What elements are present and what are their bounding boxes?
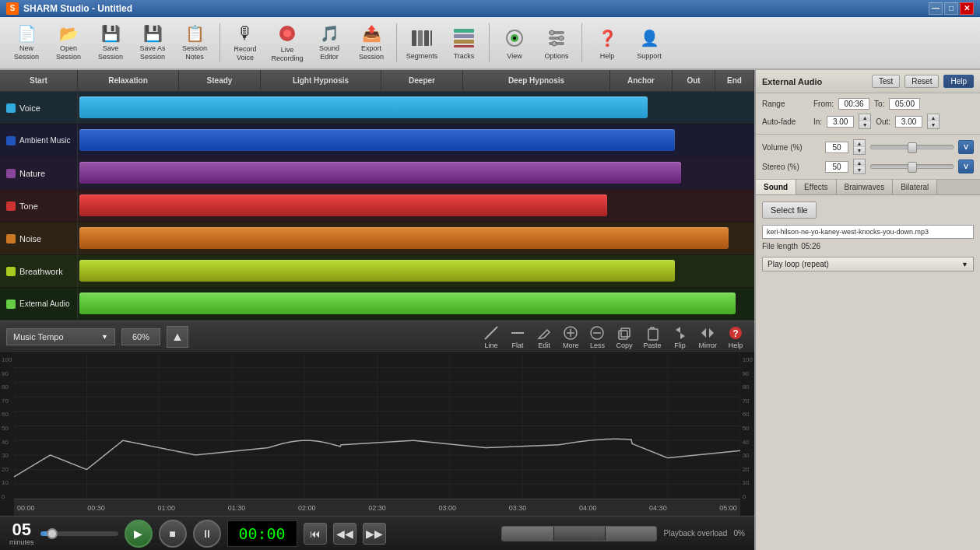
segments-button[interactable]: Segments [402, 20, 442, 65]
record-voice-label: RecordVoice [234, 45, 256, 62]
tempo-up-btn[interactable]: ▲ [167, 326, 188, 348]
play-mode-select[interactable]: Play loop (repeat) ▼ [762, 257, 974, 271]
stereo-v-btn[interactable]: V [958, 159, 974, 173]
record-voice-icon: 🎙 [233, 23, 258, 44]
duration-slider[interactable] [40, 531, 118, 536]
save-session-label: SaveSession [98, 44, 123, 61]
stereo-slider[interactable] [870, 164, 954, 169]
playback-bar: 05 minutes ▶ ■ ⏸ 00:00 ⏮ ◀◀ ▶▶ [0, 516, 754, 550]
svg-rect-6 [454, 29, 474, 33]
close-button[interactable]: ✕ [960, 2, 974, 15]
tab-sound[interactable]: Sound [756, 180, 796, 194]
in-spin-up[interactable]: ▲ [859, 114, 870, 121]
external-track-bar[interactable] [79, 293, 736, 314]
volume-slider[interactable] [870, 145, 954, 149]
less-tool-btn[interactable]: Less [585, 324, 609, 351]
nature-track-bar[interactable] [79, 162, 681, 184]
tab-bilateral[interactable]: Bilateral [893, 180, 937, 194]
fast-forward-btn[interactable]: ▶▶ [363, 523, 386, 545]
more-tool-btn[interactable]: More [558, 324, 584, 351]
open-session-button[interactable]: 📂 OpenSession [48, 20, 89, 65]
tone-track-label: Tone [19, 201, 38, 211]
ambient-track-bar[interactable] [79, 129, 675, 151]
paste-tool-btn[interactable]: Paste [638, 324, 666, 351]
waveform-canvas-area: 1009080706050403020100 10090807060504030… [0, 353, 754, 516]
noise-track-bar[interactable] [79, 227, 729, 249]
volume-up[interactable]: ▲ [854, 140, 865, 147]
save-as-session-button[interactable]: 💾 Save AsSession [132, 20, 173, 65]
edit-tool-btn[interactable]: Edit [532, 324, 557, 351]
segments-label: Segments [406, 52, 438, 60]
skip-start-btn[interactable]: ⏮ [304, 523, 327, 545]
tempo-label: Music Tempo [13, 332, 64, 342]
pb-seg-3 [606, 527, 656, 541]
rewind-btn[interactable]: ◀◀ [333, 523, 357, 545]
to-value: 05:00 [895, 100, 915, 108]
support-button[interactable]: 👤 Support [629, 20, 669, 65]
file-length-label: File length [762, 242, 798, 250]
mirror-tool-btn[interactable]: Mirror [694, 324, 722, 351]
help-tool-btn[interactable]: ? Help [723, 324, 748, 351]
view-button[interactable]: View [494, 20, 535, 65]
out-spin-down[interactable]: ▼ [928, 121, 939, 128]
tab-brainwaves[interactable]: Brainwaves [837, 180, 894, 194]
svg-rect-9 [454, 45, 474, 47]
th-end: End [715, 70, 754, 91]
minimize-button[interactable]: — [929, 2, 943, 15]
voice-track-bar[interactable] [79, 96, 648, 118]
segments-icon [409, 26, 434, 51]
export-session-button[interactable]: 📤 ExportSession [351, 20, 392, 65]
out-spin[interactable]: ▲ ▼ [927, 114, 940, 129]
range-section: Range From: 00:36 To: 05:00 Auto-fade In… [756, 93, 980, 135]
tone-track-bar[interactable] [79, 194, 607, 216]
tl-500: 05:00 [719, 504, 737, 512]
track-label-ambient: Ambient Music [0, 124, 78, 156]
track-row-external: External Audio [0, 288, 754, 321]
flat-tool-btn[interactable]: Flat [505, 324, 530, 351]
test-button[interactable]: Test [872, 75, 900, 88]
waveform-tools: Line Flat Edit More [479, 324, 748, 351]
breathwork-track-bar[interactable] [79, 260, 675, 282]
tab-effects[interactable]: Effects [796, 180, 836, 194]
tl-30: 00:30 [87, 504, 105, 512]
select-file-button[interactable]: Select file [762, 201, 817, 219]
sound-editor-button[interactable]: 🎵 SoundEditor [309, 20, 349, 65]
live-recording-button[interactable]: LiveRecording [267, 20, 307, 65]
tempo-select[interactable]: Music Tempo ▼ [6, 328, 115, 345]
pause-button[interactable]: ⏸ [193, 520, 221, 548]
volume-v-btn[interactable]: V [958, 140, 974, 154]
stop-button[interactable]: ■ [159, 520, 187, 548]
more-label: More [563, 342, 579, 349]
in-spin-down[interactable]: ▼ [859, 121, 870, 128]
stereo-spin[interactable]: ▲ ▼ [853, 159, 866, 174]
help-right-button[interactable]: Help [943, 75, 974, 88]
copy-tool-btn[interactable]: Copy [611, 324, 637, 351]
volume-down[interactable]: ▼ [854, 147, 865, 154]
pb-seg-1 [502, 527, 553, 541]
record-voice-button[interactable]: 🎙 RecordVoice [225, 20, 265, 65]
stereo-down[interactable]: ▼ [854, 166, 865, 173]
options-button[interactable]: Options [536, 20, 577, 65]
help-button[interactable]: ❓ Help [587, 20, 627, 65]
play-button[interactable]: ▶ [125, 520, 153, 548]
toolbar-sep-2 [396, 23, 397, 62]
in-spin[interactable]: ▲ ▼ [859, 114, 871, 129]
save-as-label: Save AsSession [139, 44, 165, 61]
flip-tool-btn[interactable]: Flip [668, 324, 693, 351]
reset-button[interactable]: Reset [904, 75, 939, 88]
stereo-up[interactable]: ▲ [854, 159, 865, 166]
tempo-bar: Music Tempo ▼ 60% ▲ Line Flat [0, 321, 754, 353]
volume-spin[interactable]: ▲ ▼ [853, 139, 866, 155]
y-labels-left: 1009080706050403020100 [2, 356, 12, 500]
maximize-button[interactable]: □ [944, 2, 958, 15]
save-session-button[interactable]: 💾 SaveSession [90, 20, 131, 65]
tl-400: 04:00 [579, 504, 597, 512]
session-notes-button[interactable]: 📋 SessionNotes [174, 20, 215, 65]
out-spin-up[interactable]: ▲ [928, 114, 939, 121]
line-tool-btn[interactable]: Line [479, 324, 504, 351]
tracks-button[interactable]: Tracks [444, 20, 484, 65]
new-session-button[interactable]: 📄 NewSession [6, 20, 47, 65]
svg-point-1 [283, 30, 291, 37]
sound-editor-icon: 🎵 [317, 24, 342, 43]
svg-rect-27 [621, 328, 630, 337]
